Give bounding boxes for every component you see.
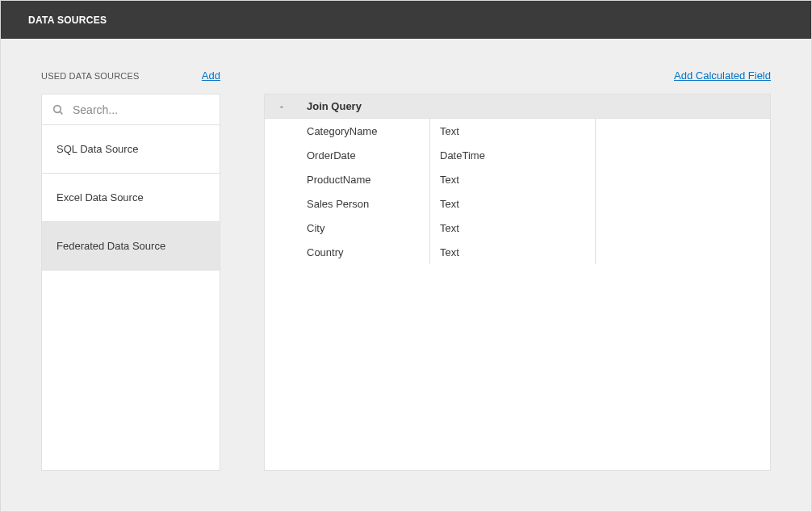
field-type: Text: [430, 216, 596, 240]
field-row[interactable]: Sales Person Text: [265, 191, 770, 216]
svg-line-1: [60, 111, 62, 114]
field-type: Text: [430, 119, 596, 143]
body: USED DATA SOURCES Add SQL Data Source Ex…: [1, 39, 811, 511]
data-source-label: Federated Data Source: [57, 240, 165, 252]
data-source-item[interactable]: SQL Data Source: [42, 125, 220, 174]
page-root: DATA SOURCES USED DATA SOURCES Add SQL D…: [0, 0, 812, 512]
fields-grid: - Join Query CategoryName Text OrderDate…: [264, 94, 771, 471]
data-source-list-panel: SQL Data Source Excel Data Source Federa…: [41, 94, 220, 471]
field-type: Text: [430, 167, 596, 191]
data-source-label: SQL Data Source: [57, 143, 138, 155]
add-data-source-link[interactable]: Add: [202, 69, 220, 82]
app-header: DATA SOURCES: [1, 1, 811, 39]
field-name: Country: [265, 240, 430, 264]
collapse-toggle-icon[interactable]: -: [274, 100, 289, 112]
sidebar-heading: USED DATA SOURCES: [41, 71, 140, 81]
page-title: DATA SOURCES: [28, 15, 107, 26]
sidebar-header-row: USED DATA SOURCES Add: [41, 69, 220, 92]
query-header-row[interactable]: - Join Query: [265, 94, 770, 119]
field-type: Text: [430, 240, 596, 264]
field-name: CategoryName: [265, 119, 430, 143]
field-row[interactable]: OrderDate DateTime: [265, 143, 770, 167]
field-name: ProductName: [265, 167, 430, 191]
sidebar: USED DATA SOURCES Add SQL Data Source Ex…: [41, 69, 220, 471]
field-rows: CategoryName Text OrderDate DateTime Pro…: [265, 119, 770, 264]
data-source-item[interactable]: Federated Data Source: [42, 222, 220, 271]
field-type: Text: [430, 191, 596, 216]
svg-point-0: [54, 105, 61, 112]
search-row: [42, 94, 220, 125]
data-source-label: Excel Data Source: [57, 191, 144, 204]
field-row[interactable]: CategoryName Text: [265, 119, 770, 143]
main-header-row: Add Calculated Field: [674, 69, 771, 92]
field-name: Sales Person: [265, 191, 430, 216]
search-icon: [52, 103, 65, 116]
field-type: DateTime: [430, 143, 596, 167]
search-input[interactable]: [71, 103, 210, 117]
data-source-item[interactable]: Excel Data Source: [42, 174, 220, 222]
field-row[interactable]: City Text: [265, 216, 770, 240]
add-calculated-field-link[interactable]: Add Calculated Field: [674, 69, 771, 82]
field-name: City: [265, 216, 430, 240]
field-row[interactable]: ProductName Text: [265, 167, 770, 191]
field-name: OrderDate: [265, 143, 430, 167]
field-row[interactable]: Country Text: [265, 240, 770, 264]
main-area: Add Calculated Field - Join Query Catego…: [264, 69, 771, 471]
query-name: Join Query: [307, 100, 362, 112]
